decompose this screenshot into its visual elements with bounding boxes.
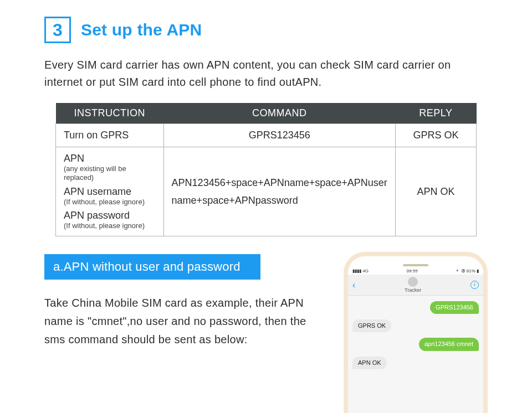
table-row: Turn on GPRS GPRS123456 GPRS OK bbox=[56, 124, 477, 147]
message-in: GPRS OK bbox=[352, 319, 391, 332]
contact-name: Tracker bbox=[405, 287, 421, 293]
cell-command: APN123456+space+APNname+space+APNuser na… bbox=[163, 147, 395, 236]
cell-instruction: Turn on GPRS bbox=[56, 124, 164, 147]
cell-reply: GPRS OK bbox=[395, 124, 476, 147]
network-label: 4G bbox=[362, 269, 369, 273]
avatar bbox=[408, 277, 418, 287]
step-number-box: 3 bbox=[44, 17, 71, 43]
subheading-a: a.APN without user and password bbox=[44, 254, 260, 280]
phone-statusbar: ▮▮▮▮ 4G 09:55 ⚬ ⦿ 81% ▮ bbox=[348, 267, 483, 275]
table-row: APN (any existing will be replaced) APN … bbox=[56, 147, 477, 236]
apn-user-label-sub: (If without, please ignore) bbox=[64, 198, 156, 206]
message-out: GPRS123456 bbox=[430, 301, 479, 314]
battery-label: ⚬ ⦿ 81% ▮ bbox=[456, 269, 479, 273]
apn-pass-label: APN password bbox=[64, 210, 156, 221]
apn-user-label: APN username bbox=[64, 186, 156, 198]
example-paragraph: Take China Mobile SIM card as example, t… bbox=[44, 294, 328, 349]
signal-icon: ▮▮▮▮ 4G bbox=[352, 269, 369, 273]
th-command: COMMAND bbox=[163, 103, 395, 124]
info-icon[interactable]: i bbox=[470, 281, 479, 289]
message-in: APN OK bbox=[352, 357, 387, 369]
status-time: 09:55 bbox=[407, 269, 418, 273]
apn-pass-label-sub: (If without, please ignore) bbox=[64, 221, 156, 230]
cell-instruction: APN (any existing will be replaced) APN … bbox=[56, 147, 164, 236]
battery-percent: 81% bbox=[467, 269, 475, 273]
apn-label: APN bbox=[64, 153, 156, 164]
chat-header: ‹ Tracker i bbox=[348, 275, 483, 296]
table-header-row: INSTRUCTION COMMAND REPLY bbox=[56, 103, 477, 124]
step-title: Set up the APN bbox=[81, 20, 202, 39]
message-out: apn123456 cmnet bbox=[419, 338, 479, 350]
chat-body: GPRS123456 GPRS OK apn123456 cmnet APN O… bbox=[348, 296, 483, 413]
th-instruction: INSTRUCTION bbox=[56, 103, 164, 124]
cell-reply: APN OK bbox=[395, 147, 476, 236]
intro-paragraph: Every SIM card carrier has own APN conte… bbox=[44, 56, 488, 91]
step-number: 3 bbox=[53, 21, 63, 39]
step-header: 3 Set up the APN bbox=[44, 17, 488, 43]
apn-label-sub: (any existing will be replaced) bbox=[64, 164, 156, 183]
back-icon[interactable]: ‹ bbox=[352, 280, 355, 290]
cell-command: GPRS123456 bbox=[163, 124, 395, 147]
command-table: INSTRUCTION COMMAND REPLY Turn on GPRS G… bbox=[55, 103, 477, 236]
th-reply: REPLY bbox=[395, 103, 476, 124]
phone-speaker bbox=[403, 264, 428, 266]
phone-mockup: ▮▮▮▮ 4G 09:55 ⚬ ⦿ 81% ▮ ‹ Tracker i GPRS… bbox=[344, 252, 488, 413]
